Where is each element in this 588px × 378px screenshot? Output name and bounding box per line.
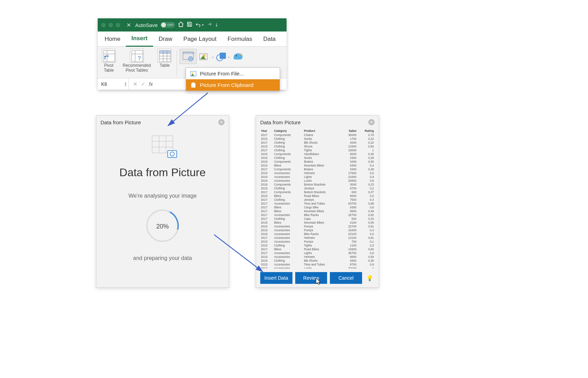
- table-row[interactable]: 2016ComponentsBottom Brackets30000,23: [260, 182, 375, 186]
- autosave-label: AutoSave: [135, 22, 158, 28]
- table-row[interactable]: 2017BikesMountain Bikes85000,46: [260, 209, 375, 213]
- table-row[interactable]: 2017BikesRoad Bikes109000,65: [260, 247, 375, 251]
- svg-point-24: [192, 72, 193, 74]
- table-row[interactable]: 2016AccessoriesHelmets176000,9: [260, 171, 375, 175]
- table-row[interactable]: 2016ClothingSocks23000,28: [260, 156, 375, 160]
- table-header: Sales: [341, 129, 357, 133]
- progress-subtext-1: We're analysing your image: [129, 193, 197, 199]
- table-row[interactable]: 2016BikesMountain Bikes63000,4: [260, 163, 375, 167]
- table-row[interactable]: 2016ClothingBib Shorts26000,36: [260, 259, 375, 262]
- cancel-formula-icon[interactable]: ✕: [133, 81, 138, 87]
- traffic-dot-min[interactable]: [108, 23, 113, 27]
- table-row[interactable]: 2016AccessoriesBike Racks221000,9: [260, 232, 375, 236]
- svg-rect-3: [132, 51, 143, 62]
- table-header: Category: [273, 129, 303, 133]
- redo-icon[interactable]: [207, 22, 212, 28]
- data-panel-title: Data from Picture: [260, 119, 301, 125]
- picture-from-clipboard-item[interactable]: Picture From Clipboard: [186, 79, 280, 91]
- progress-ring: 20%: [143, 207, 182, 246]
- data-table: YearCategoryProductSalesRating 2017Compo…: [260, 129, 375, 269]
- svg-text:?: ?: [138, 55, 141, 61]
- pictures-button[interactable]: ⌄: [179, 49, 197, 64]
- table-row[interactable]: 2017ClothingTights160001: [260, 148, 375, 152]
- table-row[interactable]: 2015BikesRoad Bikes95000,5: [260, 194, 375, 198]
- table-row[interactable]: 2015ClothingSocks17000,22: [260, 137, 375, 141]
- pivot-table-button[interactable]: Pivot Table: [99, 49, 119, 78]
- name-box[interactable]: K6 ▴▾: [98, 78, 129, 90]
- tab-draw[interactable]: Draw: [153, 32, 178, 47]
- fx-label[interactable]: fx: [149, 81, 153, 87]
- picture-from-clipboard-label: Picture From Clipboard: [200, 82, 253, 88]
- table-row[interactable]: 2015AccessoriesHelmets98000,59: [260, 255, 375, 259]
- table-row[interactable]: 2017ClothingBib Shorts40000,22: [260, 141, 375, 144]
- table-row[interactable]: 2017AccessoriesBike Racks327000,82: [260, 213, 375, 217]
- rec-pivot-button[interactable]: ? Recommended Pivot Tables: [120, 49, 153, 78]
- qat-more-icon[interactable]: ⤓: [215, 22, 218, 27]
- tab-home[interactable]: Home: [99, 32, 126, 47]
- undo-button[interactable]: ▾: [195, 22, 204, 27]
- table-row[interactable]: 2017ClothingCaps6000,15: [260, 217, 375, 220]
- autosave-toggle[interactable]: OFF: [160, 22, 175, 28]
- table-row[interactable]: 2016ComponentsBrakes34000,56: [260, 160, 375, 163]
- table-row[interactable]: 2015BikesMountain Bikes21000,05: [260, 220, 375, 224]
- traffic-dot-max[interactable]: [116, 23, 120, 27]
- chevron-down-icon: ⌄: [227, 55, 230, 58]
- ribbon-tabs: Home Insert Draw Page Layout Formulas Da…: [98, 32, 287, 47]
- shapes-button[interactable]: ⌄: [199, 52, 214, 61]
- titlebar: ✕ AutoSave OFF ▾ ⤓: [98, 18, 287, 32]
- table-button[interactable]: Table: [155, 49, 174, 78]
- picture-from-file-label: Picture From File...: [200, 71, 244, 76]
- chevron-down-icon: ⌄: [192, 51, 195, 54]
- table-row[interactable]: 2015ComponentsHandlebars80000,35: [260, 152, 375, 156]
- table-row[interactable]: 2017AccessoriesLights367000,9: [260, 251, 375, 255]
- table-header: Rating: [357, 129, 375, 133]
- table-row[interactable]: 2016AccessoriesPumps164000,4: [260, 228, 375, 232]
- table-row[interactable]: 2015AccessoriesPumps327000,81: [260, 224, 375, 228]
- close-icon[interactable]: ✕: [218, 119, 225, 125]
- svg-rect-25: [191, 83, 195, 88]
- tab-formulas[interactable]: Formulas: [222, 32, 258, 47]
- picture-from-file-item[interactable]: Picture From File...: [186, 68, 280, 79]
- name-box-stepper[interactable]: ▴▾: [125, 82, 126, 87]
- icons-button[interactable]: [232, 51, 244, 62]
- ribbon-separator: [177, 50, 177, 76]
- table-row[interactable]: 2017ComponentsBrakes34000,38: [260, 167, 375, 171]
- table-row[interactable]: 2015AccessoriesPumps7000,1: [260, 240, 375, 243]
- picture-file-icon: [190, 71, 196, 76]
- accept-formula-icon[interactable]: ✓: [141, 81, 146, 87]
- table-row[interactable]: 2016AccessoriesLights216000,9: [260, 175, 375, 179]
- tab-data[interactable]: Data: [258, 32, 281, 47]
- table-row[interactable]: 2015AccessoriesTires and Tubes87000,9: [260, 262, 375, 266]
- tab-insert[interactable]: Insert: [126, 32, 153, 47]
- table-row[interactable]: 2017ComponentsBottom Brackets6000,27: [260, 190, 375, 194]
- review-button[interactable]: Review: [295, 272, 327, 284]
- table-row[interactable]: 2017BikesCargo Bike93000,6: [260, 205, 375, 209]
- close-icon[interactable]: ✕: [126, 22, 131, 28]
- table-row[interactable]: 2017AccessoriesTires and Tubes637000,98: [260, 201, 375, 205]
- cell-reference: K6: [101, 81, 107, 87]
- tab-page-layout[interactable]: Page Layout: [178, 32, 222, 47]
- pivot-table-label: Pivot Table: [104, 63, 114, 73]
- table-row[interactable]: 2015ClothingTights11000,3: [260, 243, 375, 247]
- table-row[interactable]: 2016AccessoriesLocks208000,8: [260, 179, 375, 182]
- table-header: Product: [303, 129, 341, 133]
- table-row[interactable]: 2017AccessoriesLocks331001: [260, 266, 375, 269]
- cancel-button[interactable]: Cancel: [330, 272, 362, 284]
- table-row[interactable]: 2017AccessoriesHelmets141000,81: [260, 236, 375, 240]
- home-icon[interactable]: [178, 21, 184, 28]
- data-from-picture-icon: [150, 135, 175, 156]
- close-icon[interactable]: ✕: [368, 119, 375, 125]
- svg-point-22: [236, 55, 237, 56]
- lightbulb-icon[interactable]: 💡: [365, 275, 375, 281]
- table-row[interactable]: 2015ClothingJerseys67000,2: [260, 186, 375, 190]
- progress-heading: Data from Picture: [120, 166, 206, 179]
- table-row[interactable]: 2015ClothingShorts133000,56: [260, 144, 375, 148]
- insert-data-button[interactable]: Insert Data: [260, 272, 292, 284]
- traffic-dot-close[interactable]: [101, 23, 106, 27]
- data-panel: Data from Picture ✕ YearCategoryProductS…: [256, 115, 379, 288]
- save-icon[interactable]: [187, 21, 192, 28]
- table-row[interactable]: 2017ClothingJerseys75000,4: [260, 198, 375, 201]
- illustrations-button[interactable]: ⌄: [216, 52, 230, 61]
- data-table-wrap[interactable]: YearCategoryProductSalesRating 2017Compo…: [256, 129, 379, 269]
- table-row[interactable]: 2017ComponentsChains300000,78: [260, 133, 375, 137]
